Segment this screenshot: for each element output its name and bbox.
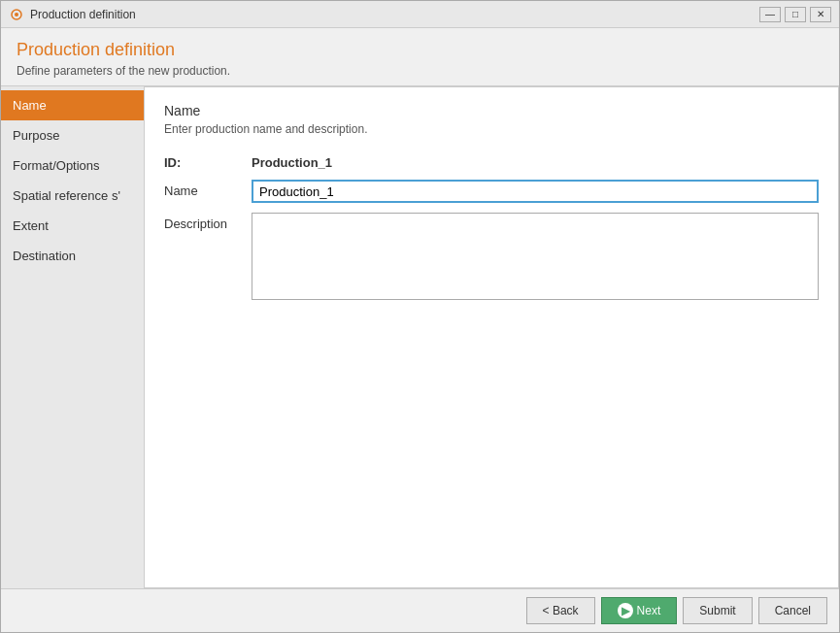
footer: < Back ▶ Next Submit Cancel	[1, 588, 839, 632]
back-button[interactable]: < Back	[526, 597, 595, 624]
submit-button[interactable]: Submit	[683, 597, 752, 624]
minimize-button[interactable]: —	[759, 7, 781, 22]
sidebar-item-name[interactable]: Name	[1, 90, 144, 120]
main-window: Production definition — □ ✕ Production d…	[0, 0, 840, 633]
sidebar-item-spatial-reference[interactable]: Spatial reference s'	[1, 181, 144, 211]
sidebar-item-extent[interactable]: Extent	[1, 211, 144, 241]
id-row: ID: Production_1	[164, 151, 819, 170]
title-bar-title: Production definition	[30, 8, 136, 21]
name-row: Name	[164, 180, 819, 203]
main-content: Name Purpose Format/Options Spatial refe…	[1, 85, 839, 588]
window-header: Production definition Define parameters …	[1, 28, 839, 85]
cancel-button[interactable]: Cancel	[758, 597, 827, 624]
sidebar: Name Purpose Format/Options Spatial refe…	[1, 86, 145, 588]
content-panel: Name Enter production name and descripti…	[145, 86, 839, 588]
title-bar-left: Production definition	[9, 7, 136, 22]
sidebar-item-format-options[interactable]: Format/Options	[1, 150, 144, 181]
sidebar-item-destination[interactable]: Destination	[1, 241, 144, 271]
close-button[interactable]: ✕	[810, 7, 831, 22]
svg-point-1	[15, 13, 18, 17]
maximize-button[interactable]: □	[785, 7, 806, 22]
title-bar: Production definition — □ ✕	[1, 1, 839, 28]
description-row: Description	[164, 213, 819, 300]
window-subtitle: Define parameters of the new production.	[17, 64, 823, 78]
app-icon	[9, 7, 24, 22]
id-label: ID:	[164, 151, 252, 170]
sidebar-item-purpose[interactable]: Purpose	[1, 120, 144, 150]
title-bar-controls: — □ ✕	[759, 7, 831, 22]
next-button[interactable]: ▶ Next	[601, 597, 678, 624]
name-input[interactable]	[252, 180, 819, 203]
section-description: Enter production name and description.	[164, 122, 819, 136]
name-label: Name	[164, 180, 252, 198]
description-label: Description	[164, 213, 252, 231]
window-title: Production definition	[17, 40, 823, 60]
id-value: Production_1	[252, 151, 332, 170]
next-icon: ▶	[618, 603, 633, 618]
section-title: Name	[164, 103, 819, 118]
description-textarea[interactable]	[252, 213, 819, 300]
